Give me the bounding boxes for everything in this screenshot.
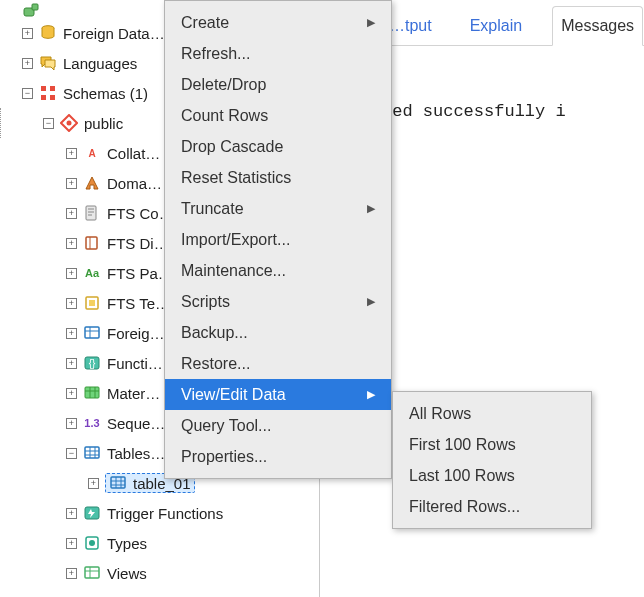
menu-refresh[interactable]: Refresh... xyxy=(165,38,391,69)
expand-toggle[interactable] xyxy=(66,568,77,579)
menu-label: Import/Export... xyxy=(181,231,290,249)
tree-label: Languages xyxy=(63,55,137,72)
menu-label: Backup... xyxy=(181,324,248,342)
menu-label: Scripts xyxy=(181,293,230,311)
menu-label: Refresh... xyxy=(181,45,250,63)
svg-rect-9 xyxy=(86,237,97,249)
fts-dict-icon xyxy=(83,234,101,252)
tree-label: Views xyxy=(107,565,147,582)
types-icon xyxy=(83,534,101,552)
fts-parser-icon: Aa xyxy=(83,264,101,282)
tab-explain[interactable]: Explain xyxy=(462,7,530,45)
collapse-toggle[interactable] xyxy=(66,448,77,459)
svg-text:{}: {} xyxy=(89,358,96,369)
menu-scripts[interactable]: Scripts ▶ xyxy=(165,286,391,317)
expand-toggle[interactable] xyxy=(22,28,33,39)
menu-import-export[interactable]: Import/Export... xyxy=(165,224,391,255)
menu-delete[interactable]: Delete/Drop xyxy=(165,69,391,100)
expand-toggle[interactable] xyxy=(66,538,77,549)
expand-toggle[interactable] xyxy=(66,208,77,219)
view-data-submenu: All Rows First 100 Rows Last 100 Rows Fi… xyxy=(392,391,592,529)
tree-label: FTS Te… xyxy=(107,295,170,312)
expand-toggle[interactable] xyxy=(66,178,77,189)
tree-node-types[interactable]: Types xyxy=(0,528,319,558)
languages-icon xyxy=(39,54,57,72)
menu-label: Filtered Rows... xyxy=(409,498,520,516)
svg-rect-5 xyxy=(41,95,46,100)
expand-toggle[interactable] xyxy=(66,328,77,339)
svg-rect-12 xyxy=(85,327,99,338)
menu-label: Restore... xyxy=(181,355,250,373)
menu-label: Count Rows xyxy=(181,107,268,125)
menu-backup[interactable]: Backup... xyxy=(165,317,391,348)
menu-label: Properties... xyxy=(181,448,267,466)
expand-toggle[interactable] xyxy=(66,508,77,519)
tree-label: Mater… xyxy=(107,385,160,402)
tab-messages[interactable]: Messages xyxy=(552,6,643,46)
menu-truncate[interactable]: Truncate ▶ xyxy=(165,193,391,224)
collation-icon: A xyxy=(83,144,101,162)
svg-rect-15 xyxy=(85,387,99,398)
menu-label: Maintenance... xyxy=(181,262,286,280)
menu-count-rows[interactable]: Count Rows xyxy=(165,100,391,131)
tree-label: Tables… xyxy=(107,445,165,462)
svg-rect-1 xyxy=(32,4,38,10)
collapse-toggle[interactable] xyxy=(22,88,33,99)
svg-rect-17 xyxy=(111,477,125,488)
tree-node-trigger-functions[interactable]: Trigger Functions xyxy=(0,498,319,528)
expand-toggle[interactable] xyxy=(66,148,77,159)
trigger-fn-icon xyxy=(83,504,101,522)
submenu-all-rows[interactable]: All Rows xyxy=(393,398,591,429)
submenu-last-100[interactable]: Last 100 Rows xyxy=(393,460,591,491)
menu-properties[interactable]: Properties... xyxy=(165,441,391,472)
expand-toggle[interactable] xyxy=(88,478,99,489)
fts-config-icon xyxy=(83,204,101,222)
tree-label: Trigger Functions xyxy=(107,505,223,522)
expand-toggle[interactable] xyxy=(66,358,77,369)
svg-rect-21 xyxy=(85,567,99,578)
tree-label: Seque… xyxy=(107,415,165,432)
menu-restore[interactable]: Restore... xyxy=(165,348,391,379)
submenu-arrow-icon: ▶ xyxy=(367,16,375,29)
expand-toggle[interactable] xyxy=(66,298,77,309)
tree-label: Schemas (1) xyxy=(63,85,148,102)
schema-icon xyxy=(60,114,78,132)
svg-rect-8 xyxy=(86,206,96,220)
svg-point-20 xyxy=(89,540,95,546)
expand-toggle[interactable] xyxy=(66,268,77,279)
menu-maintenance[interactable]: Maintenance... xyxy=(165,255,391,286)
matview-icon xyxy=(83,384,101,402)
tree-node-views[interactable]: Views xyxy=(0,558,319,588)
expand-toggle[interactable] xyxy=(66,388,77,399)
submenu-arrow-icon: ▶ xyxy=(367,202,375,215)
submenu-filtered[interactable]: Filtered Rows... xyxy=(393,491,591,522)
tree-label: FTS Pa… xyxy=(107,265,173,282)
menu-label: View/Edit Data xyxy=(181,386,286,404)
views-icon xyxy=(83,564,101,582)
menu-view-edit-data[interactable]: View/Edit Data ▶ xyxy=(165,379,391,410)
menu-query-tool[interactable]: Query Tool... xyxy=(165,410,391,441)
tree-label: Doma… xyxy=(107,175,162,192)
menu-label: Drop Cascade xyxy=(181,138,283,156)
function-icon: {} xyxy=(83,354,101,372)
expand-toggle[interactable] xyxy=(66,418,77,429)
menu-label: All Rows xyxy=(409,405,471,423)
svg-point-7 xyxy=(67,121,72,126)
menu-create[interactable]: Create ▶ xyxy=(165,7,391,38)
tree-label: Types xyxy=(107,535,147,552)
svg-rect-4 xyxy=(50,86,55,91)
menu-label: Truncate xyxy=(181,200,244,218)
svg-rect-11 xyxy=(89,300,95,306)
domain-icon xyxy=(83,174,101,192)
submenu-first-100[interactable]: First 100 Rows xyxy=(393,429,591,460)
svg-rect-3 xyxy=(41,86,46,91)
tree-label: public xyxy=(84,115,123,132)
collapse-toggle[interactable] xyxy=(43,118,54,129)
menu-reset-stats[interactable]: Reset Statistics xyxy=(165,162,391,193)
menu-label: Create xyxy=(181,14,229,32)
menu-label: Query Tool... xyxy=(181,417,271,435)
submenu-arrow-icon: ▶ xyxy=(367,388,375,401)
expand-toggle[interactable] xyxy=(22,58,33,69)
expand-toggle[interactable] xyxy=(66,238,77,249)
menu-drop-cascade[interactable]: Drop Cascade xyxy=(165,131,391,162)
